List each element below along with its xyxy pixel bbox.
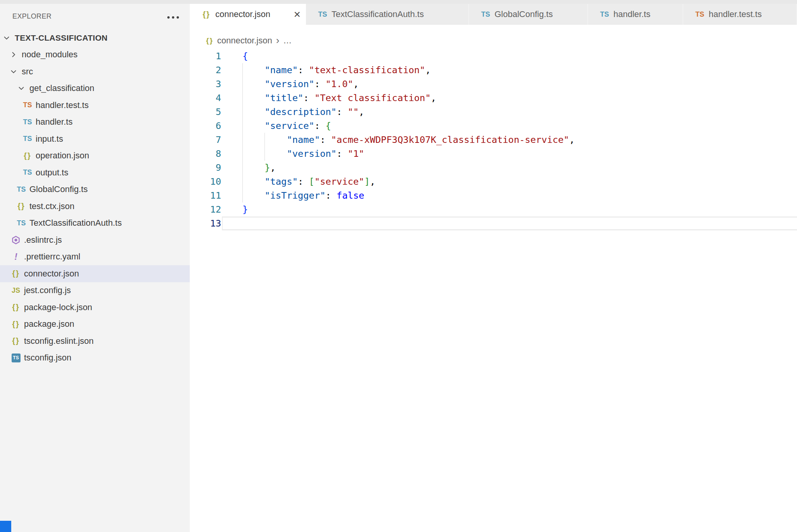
code-line-10: 10 "tags": ["service"],	[190, 175, 797, 189]
line-number[interactable]: 7	[190, 133, 221, 147]
tree-icon-box: {}	[16, 202, 26, 211]
tree-folder-node-modules[interactable]: node_modules	[0, 46, 190, 63]
tree-item-label: operation.json	[36, 151, 89, 161]
file-tree: TEXT-CLASSIFICATIONnode_modulessrcget_cl…	[0, 29, 190, 366]
line-number[interactable]: 2	[190, 63, 221, 77]
token-string: "text-classification"	[309, 65, 425, 76]
line-number[interactable]: 1	[190, 49, 221, 63]
token-plain: ,	[431, 93, 436, 103]
code-line-content[interactable]: "description": "",	[242, 105, 364, 119]
tree-folder-src[interactable]: src	[0, 63, 190, 80]
line-number[interactable]: 3	[190, 77, 221, 91]
code-line-content[interactable]: {	[242, 49, 248, 63]
status-accent-square[interactable]	[0, 521, 11, 532]
line-number[interactable]: 13	[190, 216, 221, 230]
tree-item-output-ts[interactable]: TSoutput.ts	[0, 164, 190, 181]
token-plain	[242, 120, 265, 131]
tab-bar: {}connector.json×TSTextClassificationAut…	[190, 4, 797, 25]
tree-item-handler-ts[interactable]: TShandler.ts	[0, 114, 190, 131]
breadcrumb-more[interactable]: …	[283, 36, 292, 46]
more-actions-button[interactable]	[164, 11, 182, 24]
tree-item-tsconfig-json[interactable]: TStsconfig.json	[0, 350, 190, 367]
tree-item-textclassificationauth-ts[interactable]: TSTextClassificationAuth.ts	[0, 215, 190, 232]
tree-item-label: TextClassificationAuth.ts	[29, 218, 122, 228]
token-plain: :	[337, 148, 348, 159]
json-braces-icon: {}	[12, 336, 20, 345]
tree-item-handler-test-ts[interactable]: TShandler.test.ts	[0, 97, 190, 114]
token-string: "1.0"	[326, 79, 354, 89]
tree-item-connector-json[interactable]: {}connector.json	[0, 265, 190, 282]
tree-item-operation-json[interactable]: {}operation.json	[0, 148, 190, 165]
line-number[interactable]: 6	[190, 119, 221, 133]
tree-folder-get-classification[interactable]: get_classification	[0, 80, 190, 97]
tree-icon-box: {}	[22, 151, 33, 160]
token-string: "acme-xWDPF3Q3k107K_classification-servi…	[331, 134, 569, 145]
token-plain	[242, 176, 265, 187]
token-key: "version"	[265, 79, 314, 89]
line-number[interactable]: 9	[190, 161, 221, 175]
ellipsis-icon	[177, 16, 179, 19]
line-number[interactable]: 12	[190, 203, 221, 216]
line-number[interactable]: 8	[190, 147, 221, 161]
yaml-bang-icon: !	[14, 252, 17, 262]
code-line-content[interactable]: "name": "acme-xWDPF3Q3k107K_classificati…	[242, 133, 575, 147]
token-brace1: {	[242, 51, 248, 62]
tree-item-package-json[interactable]: {}package.json	[0, 316, 190, 333]
tree-folder-text-classification[interactable]: TEXT-CLASSIFICATION	[0, 29, 190, 46]
token-string: "Text classification"	[314, 93, 431, 103]
json-braces-icon: {}	[24, 151, 31, 160]
token-plain: ,	[370, 176, 375, 187]
tree-item-label: handler.test.ts	[36, 100, 89, 110]
tree-item-test-ctx-json[interactable]: {}test.ctx.json	[0, 198, 190, 215]
eslint-icon	[11, 235, 21, 245]
tree-item-jest-config-js[interactable]: JSjest.config.js	[0, 282, 190, 299]
ts-blue-icon: TS	[481, 10, 490, 19]
line-number[interactable]: 10	[190, 175, 221, 189]
token-plain: :	[303, 93, 314, 103]
code-line-content[interactable]: "tags": ["service"],	[242, 175, 375, 189]
code-line-content[interactable]: "version": "1"	[242, 147, 364, 161]
tab-handler-ts[interactable]: TShandler.ts	[588, 4, 683, 25]
tree-item-eslintrc-js[interactable]: .eslintrc.js	[0, 232, 190, 249]
json-braces-icon: {}	[206, 36, 213, 45]
code-line-2: 2 "name": "text-classification",	[190, 63, 797, 77]
tab-label: connector.json	[215, 9, 270, 19]
line-number[interactable]: 5	[190, 105, 221, 119]
code-line-content[interactable]: "name": "text-classification",	[242, 63, 431, 77]
tab-connector-json[interactable]: {}connector.json×	[190, 4, 306, 25]
tab-globalconfig-ts[interactable]: TSGlobalConfig.ts	[469, 4, 588, 25]
tab-icon-box: {}	[201, 10, 211, 19]
chevron-down-icon	[2, 34, 11, 42]
ts-blue-icon: TS	[318, 10, 327, 19]
code-line-4: 4 "title": "Text classification",	[190, 91, 797, 105]
breadcrumb-file[interactable]: connector.json	[217, 36, 272, 46]
json-braces-icon: {}	[203, 10, 210, 19]
close-icon[interactable]: ×	[294, 9, 301, 20]
tab-textclassificationauth-ts[interactable]: TSTextClassificationAuth.ts	[306, 4, 469, 25]
tree-item-label: .eslintrc.js	[24, 235, 62, 245]
code-line-content[interactable]: "version": "1.0",	[242, 77, 359, 91]
tree-icon-box: !	[11, 252, 21, 262]
tree-item-package-lock-json[interactable]: {}package-lock.json	[0, 299, 190, 316]
code-line-content[interactable]: "service": {	[242, 119, 331, 133]
code-line-content[interactable]: }	[242, 203, 248, 216]
tab-handler-test-ts[interactable]: TShandler.test.ts	[683, 4, 797, 25]
token-string: "1"	[348, 148, 364, 159]
code-line-1: 1{	[190, 49, 797, 63]
tree-icon-box	[2, 34, 12, 42]
tree-item-globalconfig-ts[interactable]: TSGlobalConfig.ts	[0, 181, 190, 198]
tree-item-label: output.ts	[36, 168, 68, 178]
code-area[interactable]: 1{2 "name": "text-classification",3 "ver…	[190, 49, 797, 230]
line-number[interactable]: 4	[190, 91, 221, 105]
code-line-content[interactable]: "title": "Text classification",	[242, 91, 436, 105]
token-plain	[242, 65, 265, 76]
tree-item-prettierrc-yaml[interactable]: !.prettierrc.yaml	[0, 249, 190, 266]
code-line-content[interactable]: },	[242, 161, 276, 175]
editor-pane[interactable]: {} connector.json › … 1{2 "name": "text-…	[190, 25, 797, 532]
code-line-content[interactable]: "isTrigger": false	[242, 189, 364, 203]
tree-item-tsconfig-eslint-json[interactable]: {}tsconfig.eslint.json	[0, 333, 190, 350]
tree-icon-box: TS	[11, 354, 21, 362]
line-number[interactable]: 11	[190, 189, 221, 203]
tree-item-input-ts[interactable]: TSinput.ts	[0, 130, 190, 148]
token-string: ""	[348, 106, 359, 117]
